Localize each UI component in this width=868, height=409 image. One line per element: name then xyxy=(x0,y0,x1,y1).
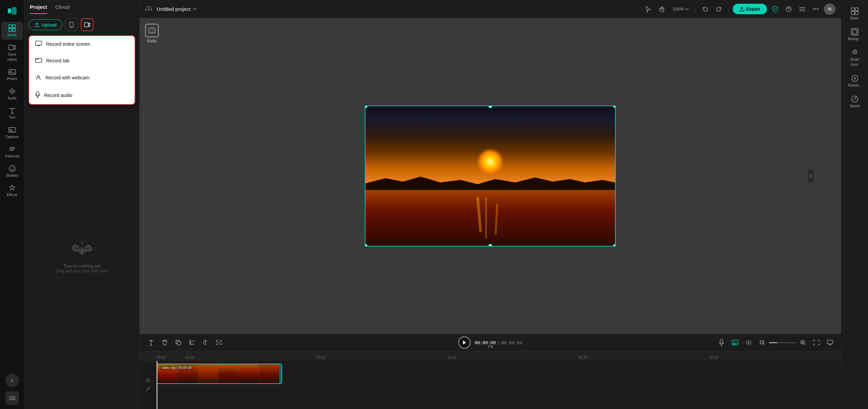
text-tool-icon[interactable] xyxy=(145,336,157,349)
more-options-icon[interactable] xyxy=(810,4,821,15)
record-screen-label: Record entire screen xyxy=(46,41,90,47)
sidebar-item-audio[interactable]: Audio xyxy=(1,85,23,103)
record-tab-label: Record tab xyxy=(46,58,69,63)
avatar[interactable]: M xyxy=(824,3,835,15)
crop-icon[interactable] xyxy=(186,336,198,349)
ruler-mark-2: 00:10 xyxy=(317,356,448,359)
rp-smart-tools-label: Smart xyxy=(850,58,859,61)
track-controls xyxy=(140,361,157,409)
video-clip[interactable]: video clip | 00:09:09 xyxy=(157,364,282,384)
record-screen-icon xyxy=(35,41,42,47)
mobile-import-btn[interactable] xyxy=(65,18,78,31)
redo-btn[interactable] xyxy=(713,4,724,15)
svg-rect-26 xyxy=(149,28,155,33)
sidebar-collapse-arrow[interactable] xyxy=(5,374,19,387)
record-audio-item[interactable]: Record audio xyxy=(29,86,135,104)
ruler-mark-1: 00:05 xyxy=(185,356,317,359)
main-area: Untitled project 100% xyxy=(140,0,841,409)
svg-rect-0 xyxy=(8,8,11,13)
rotate-control[interactable] xyxy=(487,345,493,352)
undo-btn[interactable] xyxy=(700,4,711,15)
fullscreen-icon[interactable] xyxy=(811,337,822,348)
tab-project[interactable]: Project xyxy=(30,4,47,14)
sidebar-item-stock-videos[interactable]: Stock videos xyxy=(1,41,23,64)
menu-icon[interactable] xyxy=(797,4,808,15)
sidebar-item-text[interactable]: Text xyxy=(1,104,23,122)
svg-point-19 xyxy=(37,76,39,78)
zoom-selector[interactable]: 100% xyxy=(670,5,691,13)
cloud-save-icon xyxy=(145,5,153,13)
rp-animate[interactable]: Animat... xyxy=(843,71,867,91)
ruler-mark-0: 00:00 xyxy=(157,356,165,359)
right-panel: Basic Backgr... Smart tools Animat... Sp… xyxy=(841,0,868,409)
clip-thumb-5 xyxy=(239,364,259,383)
rp-background[interactable]: Backgr... xyxy=(843,25,867,44)
panel-actions: Upload xyxy=(24,14,139,35)
sidebar-item-stickers[interactable]: Stickers xyxy=(1,162,23,180)
monitor-icon[interactable] xyxy=(825,337,835,348)
sidebar-item-effects[interactable]: Effects xyxy=(1,181,23,199)
timeline-area: 00:00 00:05 00:10 00:15 00:20 00:25 xyxy=(140,351,841,409)
upload-label: Upload xyxy=(42,22,57,27)
ratio-icon xyxy=(145,24,159,37)
zoom-in-btn[interactable] xyxy=(797,337,808,348)
tab-cloud[interactable]: Cloud xyxy=(55,4,70,14)
upload-button[interactable]: Upload xyxy=(28,19,62,30)
clip-thumb-3 xyxy=(198,364,218,383)
ruler-mark-5: 00:25 xyxy=(710,356,841,359)
handle-bottom-right[interactable] xyxy=(613,244,616,247)
divider-2 xyxy=(728,5,729,13)
flip-icon[interactable] xyxy=(199,336,212,349)
export-label: Export xyxy=(746,6,760,12)
rp-background-label: Backgr... xyxy=(848,37,861,41)
svg-rect-1 xyxy=(12,7,17,15)
panel-empty-state: There's nothing yet Drag and drop your f… xyxy=(24,105,139,409)
media-panel: Project Cloud Upload xyxy=(24,0,140,409)
top-bar-tools: 100% xyxy=(643,3,835,15)
play-button[interactable] xyxy=(458,336,471,349)
panel-collapse-btn[interactable] xyxy=(808,170,814,182)
svg-point-30 xyxy=(733,342,734,343)
svg-point-41 xyxy=(854,78,855,79)
sidebar-item-captions[interactable]: Captions xyxy=(1,123,23,141)
captions-icon[interactable] xyxy=(730,337,741,348)
keyboard-shortcuts-btn[interactable] xyxy=(5,391,19,405)
split-icon[interactable] xyxy=(743,337,754,348)
right-controls xyxy=(716,337,835,348)
svg-rect-3 xyxy=(13,25,16,28)
svg-rect-4 xyxy=(9,28,12,32)
duplicate-icon[interactable] xyxy=(172,336,184,349)
record-tab-item[interactable]: Record tab xyxy=(29,53,135,69)
rp-basic[interactable]: Basic xyxy=(843,4,867,23)
rp-speed[interactable]: Speed xyxy=(843,92,867,111)
record-screen-item[interactable]: Record entire screen xyxy=(29,36,135,53)
handle-bottom-center[interactable] xyxy=(488,244,492,247)
record-button[interactable] xyxy=(81,18,94,31)
sidebar-item-transcript[interactable]: Transcript xyxy=(1,143,23,161)
sidebar-item-photos[interactable]: Photos xyxy=(1,65,23,83)
zoom-out-btn[interactable] xyxy=(757,337,768,348)
playhead[interactable] xyxy=(157,361,157,409)
record-audio-label: Record audio xyxy=(44,93,72,98)
delete-icon[interactable] xyxy=(159,336,171,349)
help-icon[interactable] xyxy=(783,4,794,15)
shield-icon[interactable] xyxy=(770,4,781,15)
rp-smart-tools[interactable]: Smart tools xyxy=(843,45,867,70)
svg-rect-5 xyxy=(13,28,16,32)
edit-icon[interactable] xyxy=(146,386,151,392)
volume-icon[interactable] xyxy=(145,378,151,384)
export-button[interactable]: Export xyxy=(733,4,767,14)
zoom-track[interactable] xyxy=(769,342,796,343)
hand-tool[interactable] xyxy=(656,4,667,15)
record-webcam-item[interactable]: Record with webcam xyxy=(29,69,135,86)
mic-icon[interactable] xyxy=(716,337,727,348)
preview-container xyxy=(365,105,616,247)
sidebar-item-text-label: Text xyxy=(9,116,15,119)
pointer-tool[interactable] xyxy=(643,4,654,15)
fit-icon[interactable] xyxy=(213,336,225,349)
ratio-button[interactable]: Ratio xyxy=(145,24,159,43)
project-name[interactable]: Untitled project xyxy=(157,6,197,12)
sidebar-item-media[interactable]: Media xyxy=(1,22,23,40)
svg-point-12 xyxy=(13,168,13,168)
zoom-bar xyxy=(757,337,808,348)
